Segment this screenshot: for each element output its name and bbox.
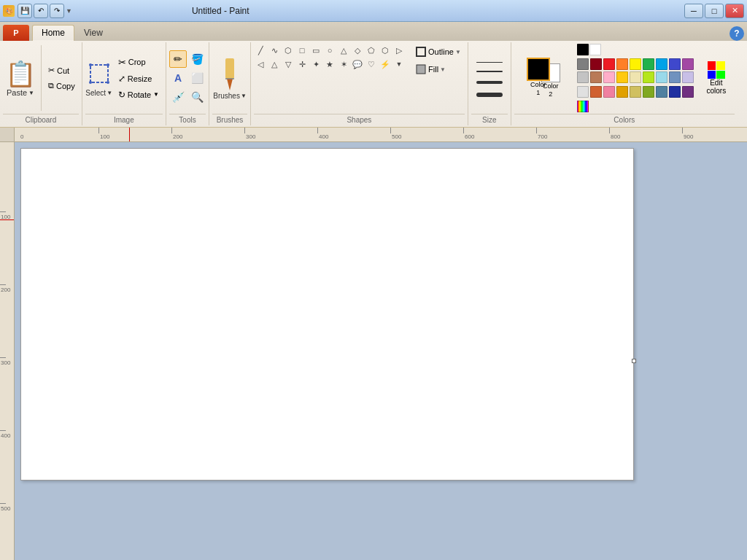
select-button[interactable] bbox=[85, 60, 113, 88]
canvas-scroll-area[interactable]: 100 200 300 400 500 bbox=[0, 142, 747, 560]
pencil-tool[interactable]: ✏ bbox=[169, 50, 187, 68]
swatch-r2-2[interactable] bbox=[603, 71, 615, 83]
swatch-r1-5[interactable] bbox=[643, 58, 654, 70]
shape-4arrow[interactable]: ✛ bbox=[295, 58, 309, 71]
quick-access-dropdown[interactable]: ▼ bbox=[66, 7, 72, 15]
edit-colors-button[interactable]: Edit colors bbox=[698, 58, 735, 98]
tab-row: P Home View ? bbox=[0, 22, 747, 41]
color-palette bbox=[577, 44, 694, 112]
brushes-button[interactable]: Brushes ▼ bbox=[212, 53, 247, 103]
paint-menu-btn[interactable]: P bbox=[3, 25, 29, 41]
shape-lightning[interactable]: ⚡ bbox=[379, 58, 392, 71]
shape-curve[interactable]: ∿ bbox=[268, 44, 281, 57]
swatch-r2-4[interactable] bbox=[630, 71, 641, 83]
copy-button[interactable]: ⧉ Copy bbox=[44, 79, 79, 93]
swatch-black[interactable] bbox=[577, 44, 589, 55]
help-icon[interactable]: ? bbox=[729, 26, 744, 41]
shape-star5[interactable]: ★ bbox=[323, 58, 336, 71]
swatch-r3-0[interactable] bbox=[577, 86, 589, 98]
shape-hexagon[interactable]: ⬡ bbox=[379, 44, 392, 57]
shape-scroll-down[interactable]: ▼ bbox=[392, 58, 406, 71]
swatch-r2-3[interactable] bbox=[616, 71, 628, 83]
shape-roundrect[interactable]: ▭ bbox=[309, 44, 322, 57]
swatch-r2-6[interactable] bbox=[656, 71, 667, 83]
shape-freeform[interactable]: ⬡ bbox=[282, 44, 295, 57]
shape-triangle[interactable]: △ bbox=[337, 44, 350, 57]
size-group: Size bbox=[468, 42, 511, 125]
swatch-r1-6[interactable] bbox=[656, 58, 667, 70]
svg-rect-9 bbox=[476, 62, 503, 63]
tab-view[interactable]: View bbox=[74, 25, 112, 41]
swatch-r3-3[interactable] bbox=[616, 86, 628, 98]
sep1 bbox=[41, 45, 42, 111]
quick-redo-btn[interactable]: ↷ bbox=[50, 4, 64, 18]
magnifier-tool[interactable]: 🔍 bbox=[188, 88, 206, 106]
color-picker-tool[interactable]: 💉 bbox=[169, 88, 187, 106]
minimize-btn[interactable]: ─ bbox=[684, 4, 703, 18]
swatch-r3-1[interactable] bbox=[590, 86, 602, 98]
quick-save-btn[interactable]: 💾 bbox=[18, 4, 32, 18]
swatch-r1-2[interactable] bbox=[603, 58, 615, 70]
swatch-white[interactable] bbox=[589, 44, 601, 55]
shape-callout[interactable]: 💬 bbox=[351, 58, 364, 71]
select-label[interactable]: Select ▼ bbox=[85, 89, 112, 97]
eraser-tool[interactable]: ⬜ bbox=[188, 69, 206, 87]
crop-button[interactable]: ✂ Crop bbox=[115, 55, 163, 70]
resize-button[interactable]: ⤢ Resize bbox=[115, 71, 163, 86]
resize-handle-right[interactable] bbox=[632, 359, 636, 363]
swatch-r2-5[interactable] bbox=[643, 71, 654, 83]
colors-label: Colors bbox=[514, 114, 735, 124]
shape-diamond[interactable]: ◇ bbox=[351, 44, 364, 57]
swatch-r3-6[interactable] bbox=[656, 86, 667, 98]
shape-leftarrow[interactable]: ◁ bbox=[254, 58, 267, 71]
color-preview-area: Color1 Color2 bbox=[514, 58, 573, 98]
swatch-r3-2[interactable] bbox=[603, 86, 615, 98]
shape-heart[interactable]: ♡ bbox=[365, 58, 378, 71]
swatch-r2-0[interactable] bbox=[577, 71, 589, 83]
shape-downarrow[interactable]: ▽ bbox=[282, 58, 295, 71]
shape-rect[interactable]: □ bbox=[295, 44, 309, 57]
rotate-button[interactable]: ↻ Rotate ▼ bbox=[115, 88, 163, 102]
swatch-r1-3[interactable] bbox=[616, 58, 628, 70]
copy-icon: ⧉ bbox=[48, 81, 54, 90]
swatch-r2-7[interactable] bbox=[669, 71, 681, 83]
svg-rect-12 bbox=[476, 93, 503, 97]
shape-ellipse[interactable]: ○ bbox=[323, 44, 336, 57]
swatch-gradient[interactable] bbox=[577, 101, 589, 112]
close-btn[interactable]: ✕ bbox=[725, 4, 744, 18]
quick-undo-btn[interactable]: ↶ bbox=[34, 4, 48, 18]
swatch-r1-0[interactable] bbox=[577, 58, 589, 70]
svg-rect-0 bbox=[90, 65, 108, 82]
fill-btn[interactable]: Fill ▼ bbox=[411, 61, 465, 77]
color1-swatch[interactable] bbox=[527, 58, 550, 81]
tab-home[interactable]: Home bbox=[32, 25, 74, 41]
swatch-r1-7[interactable] bbox=[669, 58, 681, 70]
paint-canvas[interactable] bbox=[20, 148, 634, 481]
shapes-content: ╱ ∿ ⬡ □ ▭ ○ △ ◇ ⬠ ⬡ ▷ bbox=[254, 44, 465, 112]
paste-button[interactable]: 📋 Paste ▼ bbox=[3, 53, 38, 103]
outline-icon bbox=[415, 46, 427, 58]
swatch-r2-8[interactable] bbox=[682, 71, 694, 83]
shape-star6[interactable]: ✶ bbox=[337, 58, 350, 71]
image-label: Image bbox=[85, 114, 163, 124]
text-tool[interactable]: A bbox=[169, 69, 187, 87]
palette-row-gradient bbox=[577, 101, 694, 112]
shape-line[interactable]: ╱ bbox=[254, 44, 267, 57]
shape-pentagon[interactable]: ⬠ bbox=[365, 44, 378, 57]
swatch-r3-4[interactable] bbox=[630, 86, 641, 98]
shape-uparrow[interactable]: △ bbox=[268, 58, 281, 71]
swatch-r3-7[interactable] bbox=[669, 86, 681, 98]
fill-tool[interactable]: 🪣 bbox=[188, 50, 206, 68]
maximize-btn[interactable]: □ bbox=[705, 4, 724, 18]
swatch-r1-1[interactable] bbox=[590, 58, 602, 70]
shape-star4[interactable]: ✦ bbox=[309, 58, 322, 71]
cut-button[interactable]: ✂ Cut bbox=[44, 63, 79, 77]
swatch-r3-5[interactable] bbox=[643, 86, 654, 98]
swatch-r2-1[interactable] bbox=[590, 71, 602, 83]
outline-btn[interactable]: Outline ▼ bbox=[411, 44, 465, 60]
swatch-r3-8[interactable] bbox=[682, 86, 694, 98]
shape-rightarrow[interactable]: ▷ bbox=[392, 44, 406, 57]
swatch-r1-4[interactable] bbox=[630, 58, 641, 70]
color-boxes: Color1 Color2 bbox=[527, 58, 560, 98]
swatch-r1-8[interactable] bbox=[682, 58, 694, 70]
